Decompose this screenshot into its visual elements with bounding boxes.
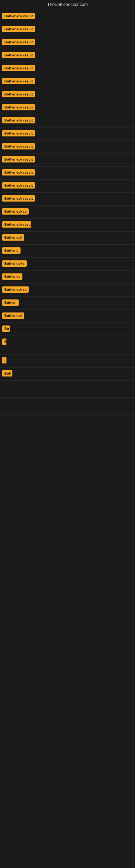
bottleneck-result-badge[interactable]: Bottleneck: [2, 235, 24, 241]
list-item: Bottleneck: [0, 310, 135, 323]
list-item: Bottlenec: [0, 271, 135, 284]
list-item: Bottleneck re: [0, 206, 135, 219]
list-item: [0, 392, 135, 398]
bottleneck-result-badge[interactable]: Bo: [2, 326, 10, 332]
bottleneck-result-badge[interactable]: Bottleneck result: [2, 13, 35, 19]
list-item: [0, 386, 135, 392]
list-item: Bottlen: [0, 297, 135, 310]
list-item: Bott: [0, 368, 135, 380]
list-item: Bo: [0, 323, 135, 336]
list-item: Bottleneck result: [0, 115, 135, 127]
site-title: TheBottlenecker.com: [0, 0, 135, 9]
bottleneck-result-badge[interactable]: Bottleneck result: [2, 130, 35, 136]
bottleneck-result-badge[interactable]: Bottleneck result: [2, 195, 35, 202]
list-item: [0, 409, 135, 415]
list-item: Bottleneck result: [0, 62, 135, 75]
list-item: Bottleneck result: [0, 36, 135, 50]
bottleneck-result-badge[interactable]: Bottleneck re: [2, 208, 29, 215]
bottleneck-result-badge[interactable]: Bottleneck result: [2, 182, 35, 188]
bottleneck-result-badge[interactable]: Bottleneck result: [2, 169, 35, 176]
bottleneck-result-badge[interactable]: |: [2, 357, 6, 364]
bottleneck-result-badge[interactable]: Bottleneck re: [2, 286, 29, 293]
list-item: Bottleneck: [0, 231, 135, 245]
list-item: Bottleneck result: [0, 127, 135, 141]
bottleneck-result-badge[interactable]: Bottleneck result: [2, 156, 35, 162]
bottleneck-result-badge[interactable]: Bottleneck result: [2, 91, 35, 97]
bottleneck-result-badge[interactable]: Bottleneck result: [2, 39, 35, 45]
list-item: Bottleneck result: [0, 88, 135, 101]
bottleneck-result-badge[interactable]: Bottlene: [2, 247, 20, 254]
list-item: Bottleneck result: [0, 166, 135, 180]
bottleneck-result-badge[interactable]: Bottleneck: [2, 312, 24, 319]
bottleneck-result-badge[interactable]: Bottleneck result: [2, 52, 35, 58]
list-item: Bottleneck re: [0, 284, 135, 297]
list-item: Bottleneck resul: [0, 219, 135, 231]
list-item: Bottlene: [0, 245, 135, 258]
list-item: [0, 398, 135, 403]
list-item: |: [0, 354, 135, 368]
bottleneck-result-badge[interactable]: Bottleneck resul: [2, 221, 31, 227]
bottleneck-result-badge[interactable]: Bottleneck result: [2, 78, 35, 84]
bottleneck-result-badge[interactable]: Bottleneck result: [2, 143, 35, 150]
list-item: Bottleneck result: [0, 101, 135, 115]
bottleneck-result-badge[interactable]: B: [2, 339, 6, 345]
bottleneck-result-badge[interactable]: Bott: [2, 370, 12, 376]
list-item: Bottleneck result: [0, 75, 135, 88]
list-item: [0, 380, 135, 386]
bottleneck-list: Bottleneck resultBottleneck resultBottle…: [0, 9, 135, 416]
bottleneck-result-badge[interactable]: Bottlen: [2, 300, 18, 306]
list-item: Bottleneck result: [0, 154, 135, 166]
list-item: Bottleneck result: [0, 180, 135, 193]
list-item: [0, 349, 135, 354]
list-item: Bottleneck result: [0, 50, 135, 62]
list-item: Bottleneck result: [0, 10, 135, 23]
bottleneck-result-badge[interactable]: Bottlenec: [2, 273, 22, 280]
bottleneck-result-badge[interactable]: Bottleneck result: [2, 117, 35, 123]
list-item: B: [0, 336, 135, 349]
list-item: Bottleneck result: [0, 23, 135, 36]
list-item: [0, 403, 135, 409]
bottleneck-result-badge[interactable]: Bottleneck r: [2, 260, 27, 267]
list-item: Bottleneck result: [0, 193, 135, 206]
list-item: Bottleneck result: [0, 141, 135, 154]
bottleneck-result-badge[interactable]: Bottleneck result: [2, 104, 35, 111]
bottleneck-result-badge[interactable]: Bottleneck result: [2, 65, 35, 71]
bottleneck-result-badge[interactable]: Bottleneck result: [2, 26, 35, 32]
list-item: Bottleneck r: [0, 258, 135, 271]
